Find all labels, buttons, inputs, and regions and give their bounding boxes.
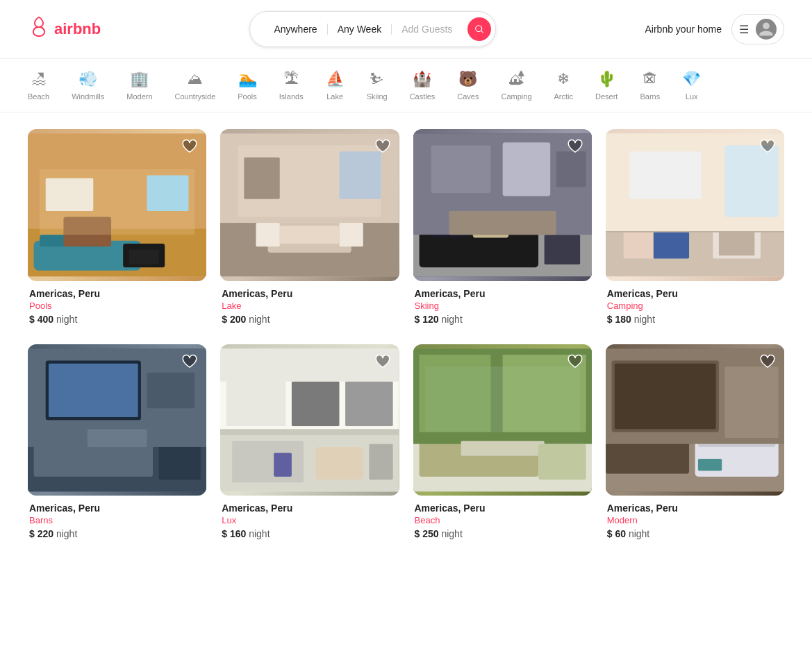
- category-label-skiing: Skiing: [367, 92, 388, 101]
- svg-rect-17: [340, 223, 363, 246]
- category-item-arctic[interactable]: ❄ Arctic: [554, 70, 574, 112]
- heart-icon-7: [567, 353, 583, 369]
- listing-card-1[interactable]: Americas, Peru Pools $ 400 night: [28, 129, 206, 328]
- listing-category-7: Beach: [415, 515, 590, 525]
- svg-rect-80: [698, 459, 722, 471]
- listing-card-8[interactable]: Americas, Peru Modern $ 60 night: [606, 344, 784, 543]
- svg-rect-61: [220, 348, 399, 381]
- category-item-barns[interactable]: 🏚 Barns: [640, 70, 660, 112]
- heart-icon-8: [759, 353, 776, 369]
- listing-image-8: [606, 344, 784, 496]
- category-item-pools[interactable]: 🏊 Pools: [238, 70, 257, 112]
- svg-rect-28: [544, 235, 579, 264]
- category-label-lux: Lux: [686, 92, 698, 101]
- category-item-castles[interactable]: 🏰 Castles: [410, 70, 436, 112]
- wishlist-button-2[interactable]: [374, 137, 391, 155]
- category-label-pools: Pools: [238, 92, 257, 101]
- listing-price-3: $ 120 night: [415, 314, 590, 325]
- svg-rect-42: [724, 146, 778, 217]
- category-item-desert[interactable]: 🌵 Desert: [595, 70, 618, 112]
- hamburger-icon: ☰: [739, 23, 749, 36]
- svg-rect-43: [629, 151, 701, 199]
- wishlist-button-3[interactable]: [567, 137, 583, 155]
- search-location[interactable]: Anywhere: [264, 24, 327, 35]
- listing-location-4: Americas, Peru: [607, 288, 783, 299]
- category-item-islands[interactable]: 🏝 Islands: [279, 70, 304, 112]
- listing-image-6: [220, 344, 399, 496]
- category-icon-castles: 🏰: [413, 70, 431, 88]
- listing-info-8: Americas, Peru Modern $ 60 night: [606, 496, 784, 542]
- category-item-lux[interactable]: 💎 Lux: [682, 70, 701, 112]
- category-label-modern: Modern: [126, 92, 152, 101]
- category-icon-islands: 🏝: [283, 70, 299, 88]
- svg-rect-59: [292, 381, 340, 425]
- wishlist-button-5[interactable]: [181, 353, 198, 371]
- logo[interactable]: airbnb: [28, 16, 101, 43]
- listing-card-7[interactable]: Americas, Peru Beach $ 250 night: [413, 344, 592, 543]
- svg-rect-81: [606, 441, 689, 473]
- header: airbnb Anywhere Any Week Add Guests Airb…: [0, 0, 812, 59]
- category-icon-modern: 🏢: [130, 70, 149, 88]
- listing-price-1: $ 400 night: [29, 314, 205, 325]
- category-icon-windmills: 💨: [78, 70, 97, 88]
- listing-info-4: Americas, Peru Camping $ 180 night: [606, 281, 784, 328]
- airbnb-logo-icon: [28, 16, 50, 43]
- listing-price-5: $ 220 night: [29, 528, 205, 539]
- svg-rect-31: [502, 142, 550, 196]
- category-item-caves[interactable]: 🐻 Caves: [457, 70, 479, 112]
- category-label-castles: Castles: [410, 92, 436, 101]
- category-item-skiing[interactable]: ⛷ Skiing: [367, 70, 388, 112]
- wishlist-button-7[interactable]: [567, 353, 583, 371]
- wishlist-button-8[interactable]: [759, 353, 776, 371]
- listing-image-1: [28, 129, 206, 281]
- listing-category-6: Lux: [222, 515, 397, 525]
- category-item-windmills[interactable]: 💨 Windmills: [72, 70, 104, 112]
- svg-rect-84: [615, 364, 716, 429]
- listing-price-2: $ 200 night: [222, 314, 397, 325]
- search-bar[interactable]: Anywhere Any Week Add Guests: [249, 11, 496, 47]
- svg-rect-74: [461, 441, 544, 455]
- category-item-modern[interactable]: 🏢 Modern: [126, 70, 152, 112]
- heart-icon-5: [181, 353, 198, 369]
- listing-price-8: $ 60 night: [607, 528, 783, 539]
- wishlist-button-6[interactable]: [374, 353, 391, 371]
- svg-rect-30: [431, 146, 490, 194]
- host-link[interactable]: Airbnb your home: [645, 24, 722, 35]
- listing-image-2: [220, 129, 399, 281]
- category-item-camping[interactable]: 🏕 Camping: [502, 70, 532, 112]
- listing-card-4[interactable]: Americas, Peru Camping $ 180 night: [606, 129, 784, 328]
- category-item-lake[interactable]: ⛵ Lake: [326, 70, 345, 112]
- svg-rect-37: [653, 229, 688, 259]
- svg-rect-18: [280, 226, 340, 244]
- listing-info-2: Americas, Peru Lake $ 200 night: [220, 281, 399, 328]
- menu-avatar[interactable]: ☰: [731, 14, 784, 44]
- listing-info-3: Americas, Peru Skiing $ 120 night: [413, 281, 592, 328]
- listing-category-3: Skiing: [415, 301, 590, 311]
- category-icon-caves: 🐻: [458, 70, 477, 88]
- listing-card-2[interactable]: Americas, Peru Lake $ 200 night: [220, 129, 399, 328]
- listing-price-4: $ 180 night: [607, 314, 783, 325]
- listing-location-5: Americas, Peru: [29, 503, 205, 514]
- category-label-beach: Beach: [28, 92, 49, 101]
- search-week[interactable]: Any Week: [328, 24, 392, 35]
- svg-rect-85: [724, 366, 778, 438]
- listing-category-4: Camping: [607, 301, 783, 311]
- wishlist-button-1[interactable]: [181, 137, 198, 155]
- wishlist-button-4[interactable]: [759, 137, 776, 155]
- listing-card-3[interactable]: Americas, Peru Skiing $ 120 night: [413, 129, 592, 328]
- heart-icon-6: [374, 353, 391, 369]
- svg-rect-72: [419, 355, 490, 432]
- heart-icon-2: [374, 137, 391, 154]
- svg-rect-10: [147, 175, 189, 210]
- search-button[interactable]: [467, 17, 491, 41]
- listing-card-6[interactable]: Americas, Peru Lux $ 160 night: [220, 344, 399, 543]
- listing-location-6: Americas, Peru: [222, 503, 397, 514]
- search-guests[interactable]: Add Guests: [392, 24, 462, 35]
- category-item-countryside[interactable]: ⛰ Countryside: [175, 70, 216, 112]
- category-icon-desert: 🌵: [597, 70, 616, 88]
- category-item-beach[interactable]: 🏖 Beach: [28, 70, 49, 112]
- svg-rect-22: [245, 158, 280, 199]
- listing-info-1: Americas, Peru Pools $ 400 night: [28, 281, 206, 328]
- listing-card-5[interactable]: Americas, Peru Barns $ 220 night: [28, 344, 206, 543]
- listing-info-5: Americas, Peru Barns $ 220 night: [28, 496, 206, 542]
